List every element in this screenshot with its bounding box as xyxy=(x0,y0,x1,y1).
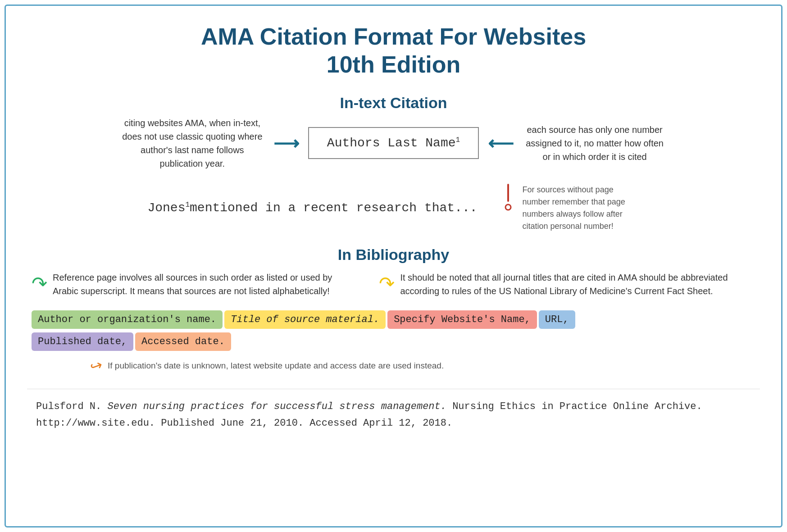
orange-arrow-icon: ↩ xyxy=(87,355,105,376)
exclamation-note: For sources without page number remember… xyxy=(500,184,640,232)
authors-last-name: Authors Last Name xyxy=(327,136,456,150)
green-arrow-icon: ↷ xyxy=(32,273,47,295)
exclamation-text: For sources without page number remember… xyxy=(523,184,640,232)
segment-url: URL, xyxy=(539,310,575,329)
intext-row: citing websites AMA, when in-text, does … xyxy=(27,116,760,170)
example-italic: Seven nursing practices for successful s… xyxy=(107,401,446,412)
date-note-row: ↩ If publication's date is unknown, late… xyxy=(27,357,760,374)
citation-format-bar: Author or organization's name. Title of … xyxy=(27,310,760,332)
example-sentence: Jones1mentioned in a recent research tha… xyxy=(147,201,477,215)
biblio-note-right: ↷ It should be noted that all journal ti… xyxy=(379,271,755,298)
svg-point-1 xyxy=(505,205,511,210)
authors-superscript: 1 xyxy=(456,136,460,144)
biblio-right-text: It should be noted that all journal titl… xyxy=(400,271,755,298)
segment-published: Published date, xyxy=(32,332,133,351)
bibliography-heading: In Bibliography xyxy=(27,246,760,264)
intext-heading: In-text Citation xyxy=(340,94,447,112)
title-line2: 10th Edition xyxy=(327,51,461,77)
example-normal1: Pulsford N. xyxy=(36,401,107,412)
jones-name: Jones xyxy=(147,201,185,215)
bibliography-section: In Bibliography ↷ Reference page involve… xyxy=(27,246,760,374)
segment-title: Title of source material. xyxy=(224,310,386,329)
biblio-notes: ↷ Reference page involves all sources in… xyxy=(27,271,760,298)
left-arrow-icon: ⟵ xyxy=(488,133,514,154)
segment-author: Author or organization's name. xyxy=(32,310,223,329)
biblio-left-text: Reference page involves all sources in s… xyxy=(53,271,357,298)
intext-right-text: each source has only one number assigned… xyxy=(523,123,667,164)
example-citation: Pulsford N. Seven nursing practices for … xyxy=(27,389,760,441)
date-note-text: If publication's date is unknown, latest… xyxy=(108,359,444,373)
intext-left-text: citing websites AMA, when in-text, does … xyxy=(120,116,264,170)
authors-box: Authors Last Name1 xyxy=(308,127,479,159)
main-title: AMA Citation Format For Websites 10th Ed… xyxy=(27,23,760,79)
exclamation-icon xyxy=(500,184,516,211)
second-line-bar: Published date, Accessed date. xyxy=(27,332,760,354)
right-arrow-icon: ⟶ xyxy=(273,133,299,154)
intext-section: In-text Citation citing websites AMA, wh… xyxy=(27,87,760,232)
title-line1: AMA Citation Format For Websites xyxy=(201,23,586,50)
example-rest: mentioned in a recent research that... xyxy=(190,201,478,215)
segment-accessed: Accessed date. xyxy=(135,332,231,351)
biblio-note-left: ↷ Reference page involves all sources in… xyxy=(32,271,357,298)
jones-sup: 1 xyxy=(185,201,190,209)
example-row: Jones1mentioned in a recent research tha… xyxy=(27,184,760,232)
segment-website: Specify Website's Name, xyxy=(387,310,537,329)
yellow-arrow-icon: ↷ xyxy=(379,273,395,295)
page-container: AMA Citation Format For Websites 10th Ed… xyxy=(0,0,787,455)
